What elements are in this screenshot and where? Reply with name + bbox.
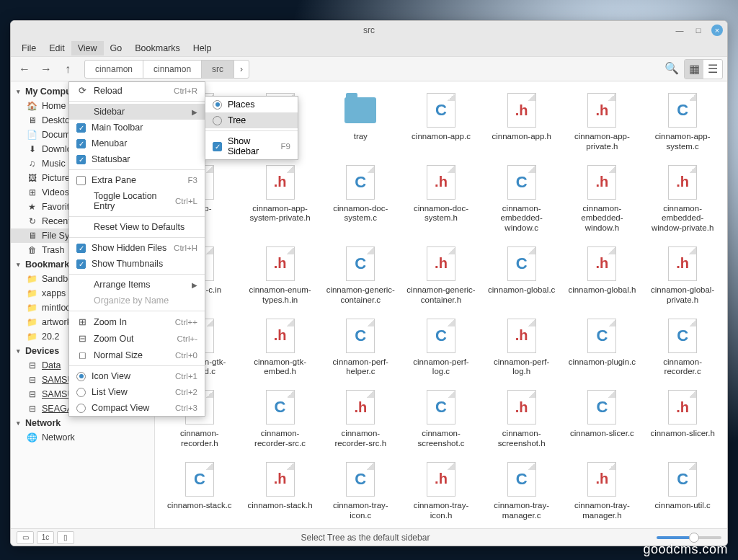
up-button[interactable]: ↑ [58, 60, 77, 79]
icon-view-button[interactable]: ▦ [685, 60, 703, 79]
submenu-tree[interactable]: Tree [205, 112, 298, 128]
file-item[interactable]: Ccinnamon-perf-helper.c [321, 314, 399, 381]
h-file-icon: .h [266, 462, 295, 497]
breadcrumb[interactable]: cinnamon [143, 60, 202, 79]
file-item[interactable]: .hcinnamon-perf-log.h [483, 314, 561, 381]
menu-edit[interactable]: Edit [43, 41, 71, 55]
file-item[interactable]: .hcinnamon-global-private.h [644, 242, 721, 308]
breadcrumb[interactable]: cinnamon [84, 60, 143, 79]
menu-arrange-items[interactable]: Arrange Items▶ [69, 277, 205, 293]
menu-zoom-in[interactable]: ⊞Zoom InCtrl++ [69, 314, 205, 330]
radio-icon [213, 100, 222, 110]
file-item[interactable]: Ccinnamon-recorder.c [644, 314, 721, 381]
submenu-places[interactable]: Places [205, 97, 298, 112]
file-item[interactable]: .hcinnamon-global.h [564, 242, 641, 308]
file-item[interactable]: Ccinnamon-stack.c [161, 458, 239, 524]
menu-menubar[interactable]: ✓Menubar [69, 135, 205, 151]
file-item[interactable]: .hcinnamon-app-private.h [564, 89, 641, 155]
file-item[interactable]: Ccinnamon-plugin.c [564, 314, 641, 381]
c-file-icon: C [346, 462, 375, 497]
submenu-show-sidebar[interactable]: ✓Show SidebarF9 [205, 133, 298, 159]
file-item[interactable]: Ccinnamon-recorder-src.c [241, 386, 319, 452]
menu-main-toolbar[interactable]: ✓Main Toolbar [69, 120, 205, 135]
file-item[interactable]: .hcinnamon-generic-container.h [402, 242, 480, 308]
menu-show-thumbnails[interactable]: ✓Show Thumbnails [69, 256, 205, 272]
sidebar-item[interactable]: 🌐Network [11, 430, 154, 445]
zoom-slider[interactable] [657, 536, 721, 539]
file-item[interactable]: .hcinnamon-app-system-private.h [241, 161, 319, 236]
view-switcher: ▦ ☰ [684, 59, 723, 79]
zoom-thumb[interactable] [689, 533, 699, 543]
file-label: cinnamon-util.c [654, 501, 710, 511]
menu-sidebar[interactable]: Sidebar▶ [69, 104, 205, 120]
file-item[interactable]: .hcinnamon-slicer.h [644, 386, 721, 452]
folder-item[interactable]: tray [321, 89, 399, 155]
file-item[interactable]: Ccinnamon-slicer.c [564, 386, 641, 452]
file-item[interactable]: .hcinnamon-doc-system.h [402, 161, 480, 236]
file-item[interactable]: Ccinnamon-tray-manager.c [483, 458, 561, 524]
menu-extra-pane[interactable]: Extra PaneF3 [69, 172, 205, 188]
menu-normal-size[interactable]: ◻Normal SizeCtrl+0 [69, 347, 205, 363]
titlebar: src — □ × [11, 21, 727, 40]
file-item[interactable]: Ccinnamon-app-system.c [644, 89, 721, 155]
search-icon[interactable]: 🔍 [662, 59, 681, 78]
separator [69, 169, 205, 170]
separator [69, 216, 205, 217]
statusbar: ▭ 1c ▯ Select Tree as the default sideba… [11, 528, 727, 546]
menu-file[interactable]: File [15, 41, 43, 55]
menu-list-view[interactable]: List ViewCtrl+2 [69, 384, 205, 400]
file-item[interactable]: Ccinnamon-generic-container.c [321, 242, 399, 308]
forward-button[interactable]: → [37, 60, 55, 79]
file-label: cinnamon-embedded-window.h [566, 204, 638, 234]
menu-statusbar[interactable]: ✓Statusbar [69, 151, 205, 167]
back-button[interactable]: ← [15, 60, 34, 79]
file-item[interactable]: Ccinnamon-global.c [483, 242, 561, 308]
file-item[interactable]: .hcinnamon-embedded-window-private.h [644, 161, 721, 236]
c-file-icon: C [668, 93, 697, 128]
file-item[interactable]: Ccinnamon-perf-log.c [402, 314, 480, 381]
menu-reset-view[interactable]: Reset View to Defaults [69, 219, 205, 235]
menu-toggle-location[interactable]: Toggle Location EntryCtrl+L [69, 188, 205, 214]
menu-icon-view[interactable]: Icon ViewCtrl+1 [69, 368, 205, 384]
menu-view[interactable]: View [71, 41, 104, 55]
radio-icon [213, 116, 222, 125]
menu-go[interactable]: Go [104, 41, 129, 55]
close-button[interactable]: × [711, 25, 723, 36]
file-item[interactable]: Ccinnamon-tray-icon.c [321, 458, 399, 524]
file-item[interactable]: .hcinnamon-stack.h [241, 458, 319, 524]
tree-toggle[interactable]: 1c [37, 531, 54, 544]
checkbox-icon: ✓ [76, 155, 86, 164]
file-item[interactable]: .hcinnamon-recorder-src.h [321, 386, 399, 452]
file-item[interactable]: .hcinnamon-tray-manager.h [564, 458, 641, 524]
status-text: Select Tree as the default sidebar [74, 533, 657, 543]
breadcrumb[interactable]: src [201, 60, 234, 79]
breadcrumb-overflow[interactable]: › [234, 60, 249, 79]
file-label: cinnamon-app.h [492, 132, 551, 142]
menu-help[interactable]: Help [187, 41, 218, 55]
menu-compact-view[interactable]: Compact ViewCtrl+3 [69, 400, 205, 416]
file-item[interactable]: .hcinnamon-tray-icon.h [402, 458, 480, 524]
file-item[interactable]: .hcinnamon-enum-types.h.in [241, 242, 319, 308]
menu-show-hidden[interactable]: ✓Show Hidden FilesCtrl+H [69, 240, 205, 256]
radio-icon [76, 388, 86, 397]
list-view-button[interactable]: ☰ [703, 60, 722, 79]
file-item[interactable]: .hcinnamon-screenshot.h [483, 386, 561, 452]
minimize-button[interactable]: — [674, 25, 685, 36]
maximize-button[interactable]: □ [693, 25, 704, 36]
menu-reload[interactable]: ⟳ReloadCtrl+R [69, 82, 205, 99]
places-toggle[interactable]: ▭ [17, 531, 34, 544]
menu-bookmarks[interactable]: Bookmarks [128, 41, 187, 55]
file-item[interactable]: Ccinnamon-util.c [644, 458, 721, 524]
file-item[interactable]: Ccinnamon-doc-system.c [321, 161, 399, 236]
file-item[interactable]: .hcinnamon-gtk-embed.h [241, 314, 319, 381]
sidebar-section-head[interactable]: ▾Network [11, 416, 154, 430]
file-label: cinnamon-recorder.h [164, 429, 236, 449]
file-item[interactable]: .hcinnamon-app.h [483, 89, 561, 155]
file-item[interactable]: .hcinnamon-embedded-window.h [564, 161, 641, 236]
h-file-icon: .h [587, 93, 616, 128]
file-item[interactable]: Ccinnamon-embedded-window.c [483, 161, 561, 236]
pane-toggle[interactable]: ▯ [57, 531, 74, 544]
file-item[interactable]: Ccinnamon-app.c [402, 89, 480, 155]
menu-zoom-out[interactable]: ⊟Zoom OutCtrl+- [69, 330, 205, 347]
file-item[interactable]: Ccinnamon-screenshot.c [402, 386, 480, 452]
